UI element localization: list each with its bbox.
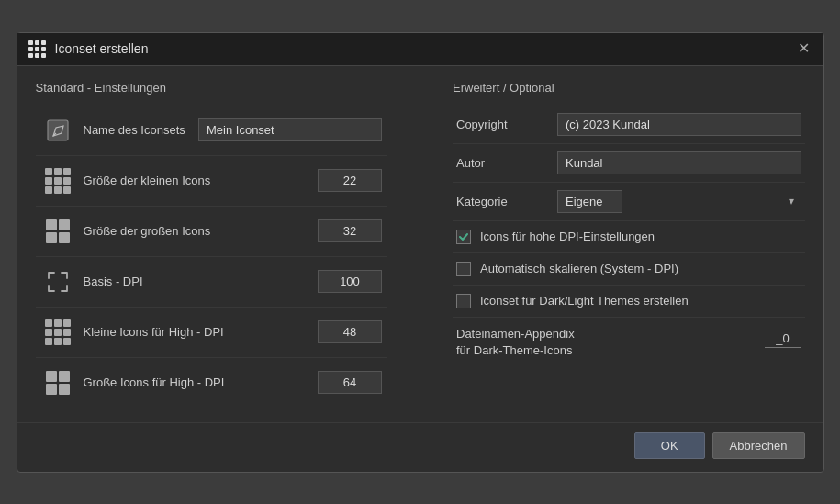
ok-button[interactable]: OK bbox=[634, 432, 705, 459]
appendix-row: Dateinamen-Appendix für Dark-Theme-Icons bbox=[453, 318, 805, 367]
high-dpi-checkbox[interactable] bbox=[456, 230, 471, 244]
field-row-small-high-dpi: Kleine Icons für High - DPI bbox=[36, 308, 388, 358]
kategorie-select-wrapper: Eigene Standard Custom bbox=[557, 190, 801, 213]
grid4-icon bbox=[41, 215, 74, 248]
grid3-icon bbox=[41, 164, 74, 197]
field-row-large-high-dpi: Große Icons für High - DPI bbox=[36, 358, 388, 408]
large-icons-input[interactable] bbox=[318, 219, 382, 242]
large-icons-label: Größe der großen Icons bbox=[84, 224, 309, 238]
dialog-footer: OK Abbrechen bbox=[17, 422, 823, 472]
small-icons-label: Größe der kleinen Icons bbox=[84, 174, 309, 187]
base-dpi-input[interactable] bbox=[318, 270, 382, 293]
auto-scale-checkbox[interactable] bbox=[456, 262, 471, 276]
author-input[interactable] bbox=[557, 151, 801, 174]
small-high-dpi-input[interactable] bbox=[318, 320, 382, 343]
copyright-row: Copyright bbox=[453, 106, 805, 144]
large-high-dpi-label: Große Icons für High - DPI bbox=[84, 375, 309, 389]
right-section-title: Erweitert / Optional bbox=[453, 81, 805, 95]
create-iconset-dialog: Iconset erstellen ✕ Standard - Einstellu… bbox=[17, 32, 824, 473]
field-row-large-icons: Größe der großen Icons bbox=[36, 207, 388, 257]
appendix-label: Dateinamen-Appendix für Dark-Theme-Icons bbox=[456, 326, 756, 359]
auto-scale-label: Automatisch skalieren (System - DPI) bbox=[480, 262, 678, 275]
left-panel: Standard - Einstellungen Name des Iconse… bbox=[36, 81, 388, 408]
dark-light-checkbox-row: Iconset für Dark/Light Themes erstellen bbox=[453, 286, 805, 318]
edit-icon bbox=[41, 114, 74, 147]
vertical-divider bbox=[420, 81, 420, 408]
titlebar: Iconset erstellen ✕ bbox=[17, 33, 823, 66]
copyright-input[interactable] bbox=[557, 113, 801, 136]
base-dpi-label: Basis - DPI bbox=[84, 274, 309, 288]
auto-scale-checkbox-row: Automatisch skalieren (System - DPI) bbox=[453, 253, 805, 286]
kategorie-label: Kategorie bbox=[456, 195, 548, 208]
expand-icon bbox=[41, 265, 74, 298]
large-high-dpi-input[interactable] bbox=[318, 371, 382, 394]
close-button[interactable]: ✕ bbox=[796, 40, 812, 57]
kategorie-select[interactable]: Eigene Standard Custom bbox=[557, 190, 622, 213]
titlebar-left: Iconset erstellen bbox=[28, 40, 149, 58]
left-section-title: Standard - Einstellungen bbox=[36, 81, 388, 95]
kategorie-row: Kategorie Eigene Standard Custom bbox=[453, 183, 805, 221]
cancel-button[interactable]: Abbrechen bbox=[712, 432, 805, 459]
author-row: Autor bbox=[453, 144, 805, 183]
dialog-title: Iconset erstellen bbox=[55, 41, 149, 56]
name-input[interactable] bbox=[198, 118, 382, 141]
dark-light-checkbox[interactable] bbox=[456, 294, 471, 308]
appendix-input[interactable] bbox=[765, 330, 801, 348]
dialog-body: Standard - Einstellungen Name des Iconse… bbox=[17, 66, 823, 422]
name-label: Name des Iconsets bbox=[84, 123, 190, 137]
field-row-base-dpi: Basis - DPI bbox=[36, 257, 388, 308]
field-row-small-icons: Größe der kleinen Icons bbox=[36, 156, 388, 207]
app-icon bbox=[28, 40, 46, 58]
grid4-large-icon bbox=[41, 366, 74, 399]
svg-rect-0 bbox=[48, 120, 68, 140]
small-high-dpi-label: Kleine Icons für High - DPI bbox=[84, 325, 309, 339]
high-dpi-checkbox-row: Icons für hohe DPI-Einstellungen bbox=[453, 221, 805, 253]
author-label: Autor bbox=[456, 156, 548, 170]
field-row-name: Name des Iconsets bbox=[36, 106, 388, 156]
high-dpi-label: Icons für hohe DPI-Einstellungen bbox=[480, 230, 655, 243]
copyright-label: Copyright bbox=[456, 118, 548, 131]
small-icons-input[interactable] bbox=[318, 169, 382, 192]
grid3-small-icon bbox=[41, 316, 74, 349]
dark-light-label: Iconset für Dark/Light Themes erstellen bbox=[480, 294, 689, 308]
right-panel: Erweitert / Optional Copyright Autor Kat… bbox=[453, 81, 805, 408]
